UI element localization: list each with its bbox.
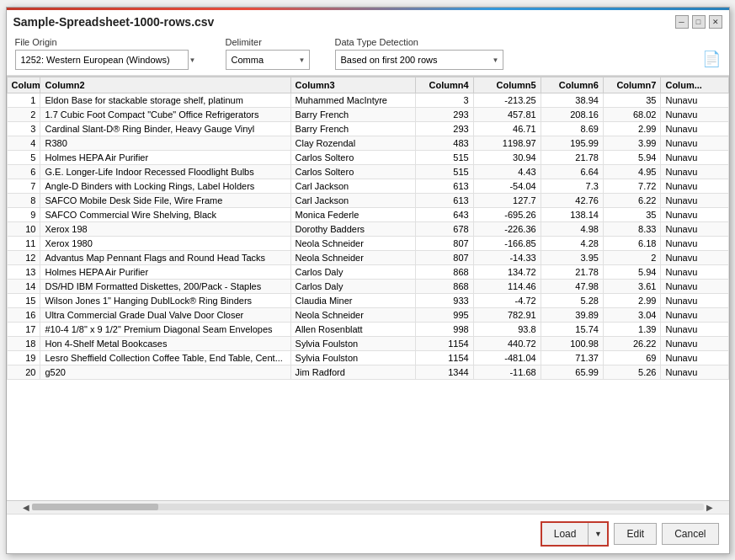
table-cell-20-3: Jim Radford <box>290 365 416 379</box>
table-cell-7-4: 613 <box>416 179 474 193</box>
table-row: 19Lesro Sheffield Collection Coffee Tabl… <box>7 350 728 365</box>
table-cell-13-2: Holmes HEPA Air Purifier <box>40 264 290 279</box>
table-cell-6-6: 6.64 <box>541 164 603 179</box>
table-cell-5-2: Holmes HEPA Air Purifier <box>40 150 290 164</box>
table-cell-4-7: 3.99 <box>603 136 661 150</box>
maximize-button[interactable]: □ <box>692 15 706 29</box>
table-cell-12-8: Nunavu <box>661 250 728 264</box>
table-cell-8-5: 127.7 <box>473 193 541 207</box>
table-row: 8SAFCO Mobile Desk Side File, Wire Frame… <box>7 193 728 207</box>
table-cell-15-4: 933 <box>416 293 474 307</box>
data-type-label: Data Type Detection <box>335 37 503 47</box>
table-header: Column1 Column2 Column3 Column4 Column5 … <box>7 77 728 93</box>
table-cell-18-8: Nunavu <box>661 336 728 350</box>
table-cell-13-7: 5.94 <box>603 264 661 279</box>
scrollbar-thumb <box>32 504 158 510</box>
window-controls: ─ □ ✕ <box>675 15 722 29</box>
table-cell-7-5: -54.04 <box>473 179 541 193</box>
scroll-right-arrow[interactable]: ▶ <box>704 503 716 512</box>
col-header-6: Column6 <box>541 77 603 93</box>
table-cell-4-3: Clay Rozendal <box>290 136 416 150</box>
table-cell-3-6: 8.69 <box>541 121 603 136</box>
table-cell-17-8: Nunavu <box>661 322 728 336</box>
table-cell-20-6: 65.99 <box>541 365 603 379</box>
table-cell-13-5: 134.72 <box>473 264 541 279</box>
table-cell-13-1: 13 <box>7 264 40 279</box>
table-cell-1-2: Eldon Base for stackable storage shelf, … <box>40 93 290 107</box>
table-cell-19-2: Lesro Sheffield Collection Coffee Table,… <box>40 350 290 365</box>
table-cell-9-8: Nunavu <box>661 207 728 221</box>
table-cell-18-4: 1154 <box>416 336 474 350</box>
table-cell-5-7: 5.94 <box>603 150 661 164</box>
table-cell-19-5: -481.04 <box>473 350 541 365</box>
table-cell-10-2: Xerox 198 <box>40 221 290 236</box>
table-cell-18-3: Sylvia Foulston <box>290 336 416 350</box>
table-cell-19-3: Sylvia Foulston <box>290 350 416 365</box>
data-table-container: Column1 Column2 Column3 Column4 Column5 … <box>7 76 729 500</box>
table-cell-16-3: Neola Schneider <box>290 307 416 322</box>
load-button-group: Load ▼ <box>541 521 610 547</box>
close-button[interactable]: ✕ <box>709 15 722 29</box>
table-cell-2-4: 293 <box>416 107 474 121</box>
table-cell-9-3: Monica Federle <box>290 207 416 221</box>
table-cell-17-4: 998 <box>416 322 474 336</box>
table-cell-2-2: 1.7 Cubic Foot Compact "Cube" Office Ref… <box>40 107 290 121</box>
load-dropdown-button[interactable]: ▼ <box>589 523 607 545</box>
file-icon: 📄 <box>702 50 721 70</box>
table-cell-11-3: Neola Schneider <box>290 236 416 250</box>
table-cell-9-2: SAFCO Commercial Wire Shelving, Black <box>40 207 290 221</box>
load-button[interactable]: Load <box>542 523 589 545</box>
table-cell-15-7: 2.99 <box>603 293 661 307</box>
table-cell-19-1: 19 <box>7 350 40 365</box>
data-type-group: Data Type Detection Based on first 200 r… <box>335 37 503 70</box>
table-row: 17#10-4 1/8" x 9 1/2" Premium Diagonal S… <box>7 322 728 336</box>
table-cell-19-4: 1154 <box>416 350 474 365</box>
table-cell-10-5: -226.36 <box>473 221 541 236</box>
table-cell-14-4: 868 <box>416 279 474 293</box>
table-cell-9-4: 643 <box>416 207 474 221</box>
table-cell-7-1: 7 <box>7 179 40 193</box>
file-origin-select[interactable]: 1252: Western European (Windows) <box>15 50 189 70</box>
minimize-button[interactable]: ─ <box>675 15 689 29</box>
table-row: 6G.E. Longer-Life Indoor Recessed Floodl… <box>7 164 728 179</box>
table-cell-6-2: G.E. Longer-Life Indoor Recessed Floodli… <box>40 164 290 179</box>
file-origin-select-wrapper: 1252: Western European (Windows) <box>15 50 200 70</box>
footer: Load ▼ Edit Cancel <box>7 514 729 553</box>
cancel-button[interactable]: Cancel <box>662 523 718 545</box>
table-cell-14-5: 114.46 <box>473 279 541 293</box>
table-cell-7-8: Nunavu <box>661 179 728 193</box>
table-cell-19-6: 71.37 <box>541 350 603 365</box>
data-type-select-wrapper: Based on first 200 rows <box>335 50 503 70</box>
table-row: 15Wilson Jones 1" Hanging DublLock® Ring… <box>7 293 728 307</box>
file-origin-label: File Origin <box>15 37 200 47</box>
scroll-left-arrow[interactable]: ◀ <box>20 503 32 512</box>
horizontal-scrollbar[interactable] <box>32 504 704 510</box>
table-cell-15-5: -4.72 <box>473 293 541 307</box>
table-cell-4-4: 483 <box>416 136 474 150</box>
table-cell-19-8: Nunavu <box>661 350 728 365</box>
table-cell-4-1: 4 <box>7 136 40 150</box>
table-cell-2-6: 208.16 <box>541 107 603 121</box>
table-cell-10-6: 4.98 <box>541 221 603 236</box>
table-cell-11-5: -166.85 <box>473 236 541 250</box>
table-cell-12-2: Advantus Map Pennant Flags and Round Hea… <box>40 250 290 264</box>
table-row: 4R380Clay Rozendal4831198.97195.993.99Nu… <box>7 136 728 150</box>
table-cell-20-7: 5.26 <box>603 365 661 379</box>
table-cell-17-7: 1.39 <box>603 322 661 336</box>
delimiter-select[interactable]: Comma <box>226 50 310 70</box>
table-cell-15-8: Nunavu <box>661 293 728 307</box>
table-cell-2-5: 457.81 <box>473 107 541 121</box>
data-type-select[interactable]: Based on first 200 rows <box>335 50 503 70</box>
table-cell-4-2: R380 <box>40 136 290 150</box>
table-cell-13-3: Carlos Daly <box>290 264 416 279</box>
table-cell-20-1: 20 <box>7 365 40 379</box>
delimiter-label: Delimiter <box>226 37 310 47</box>
table-row: 9SAFCO Commercial Wire Shelving, BlackMo… <box>7 207 728 221</box>
col-header-4: Column4 <box>416 77 474 93</box>
table-cell-6-5: 4.43 <box>473 164 541 179</box>
table-row: 14DS/HD IBM Formatted Diskettes, 200/Pac… <box>7 279 728 293</box>
table-cell-7-7: 7.72 <box>603 179 661 193</box>
col-header-5: Column5 <box>473 77 541 93</box>
edit-button[interactable]: Edit <box>614 523 657 545</box>
table-cell-7-6: 7.3 <box>541 179 603 193</box>
